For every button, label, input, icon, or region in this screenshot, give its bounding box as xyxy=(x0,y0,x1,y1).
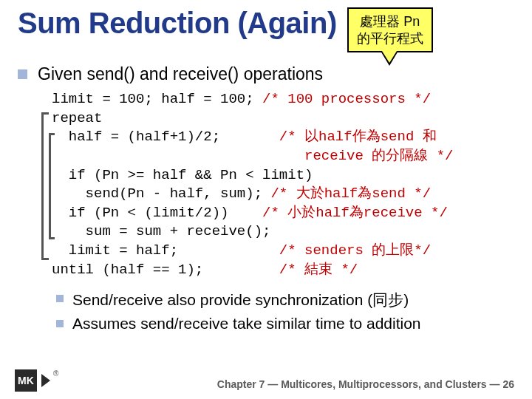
sub-bullet-1: Send/receive also provide synchronizatio… xyxy=(56,290,514,310)
code-l9-comment: /* senders 的上限*/ xyxy=(279,242,431,259)
callout-line-2: 的平行程式 xyxy=(356,30,424,47)
logo-badge: MK xyxy=(15,369,37,392)
sub-bullet-list: Send/receive also provide synchronizatio… xyxy=(56,290,514,332)
footer-page-num: 26 xyxy=(502,378,514,390)
code-l10-comment: /* 結束 */ xyxy=(279,262,358,278)
code-l10a: until (half == 1); xyxy=(52,262,279,278)
bracket-inner-icon xyxy=(49,133,55,239)
code-l7-comment: /* 小於half為receive */ xyxy=(262,205,448,221)
code-l2: repeat xyxy=(52,110,102,126)
code-l8: sum = sum + receive(); xyxy=(52,223,270,239)
bullet-square-icon xyxy=(18,69,27,79)
sub-bullet-2-text: Assumes send/receive take similar time t… xyxy=(72,315,421,332)
code-block: limit = 100; half = 100; /* 100 processo… xyxy=(52,90,514,279)
bullet-square-icon xyxy=(56,295,64,302)
sub-bullet-1-text: Send/receive also provide synchronizatio… xyxy=(72,290,409,310)
code-text: limit = 100; half = 100; /* 100 processo… xyxy=(52,90,514,279)
publisher-logo: MK ® xyxy=(15,369,58,392)
code-l3a: half = (half+1)/2; xyxy=(52,129,279,145)
bullet-lead: Given send() and receive() operations xyxy=(18,64,514,84)
code-l1a: limit = 100; half = 100; xyxy=(52,91,262,107)
footer-chapter-prefix: Chapter 7 — xyxy=(217,378,281,390)
bracket-outer-icon xyxy=(41,112,49,260)
code-l1-comment: /* 100 processors */ xyxy=(262,91,431,107)
registered-mark-icon: ® xyxy=(53,369,58,378)
slide-body: Given send() and receive() operations li… xyxy=(18,64,514,332)
code-l3-comment: /* 以half作為send 和 xyxy=(279,129,437,145)
chevron-right-icon xyxy=(41,374,50,387)
slide: Sum Reduction (Again) 處理器 Pn 的平行程式 Given… xyxy=(0,0,532,399)
code-l9a: limit = half; xyxy=(52,242,279,259)
footer: Chapter 7 — Multicores, Multiprocessors,… xyxy=(217,378,514,390)
code-l7a: if (Pn < (limit/2)) xyxy=(52,205,262,221)
code-l6-comment: /* 大於half為send */ xyxy=(270,185,431,202)
sub-bullet-2: Assumes send/receive take similar time t… xyxy=(56,315,514,332)
bullet-square-icon xyxy=(56,320,64,327)
title-row: Sum Reduction (Again) 處理器 Pn 的平行程式 xyxy=(18,7,514,52)
slide-title: Sum Reduction (Again) xyxy=(18,7,337,38)
callout-box: 處理器 Pn 的平行程式 xyxy=(347,7,433,52)
footer-page-sep: — xyxy=(487,378,503,390)
code-l4-comment: receive 的分隔線 */ xyxy=(52,148,453,164)
bullet-lead-text: Given send() and receive() operations xyxy=(38,64,323,84)
code-l6a: send(Pn - half, sum); xyxy=(52,185,270,202)
callout-line-1: 處理器 Pn xyxy=(356,13,424,30)
footer-chapter-title: Multicores, Multiprocessors, and Cluster… xyxy=(281,378,487,390)
code-l5: if (Pn >= half && Pn < limit) xyxy=(52,167,313,183)
